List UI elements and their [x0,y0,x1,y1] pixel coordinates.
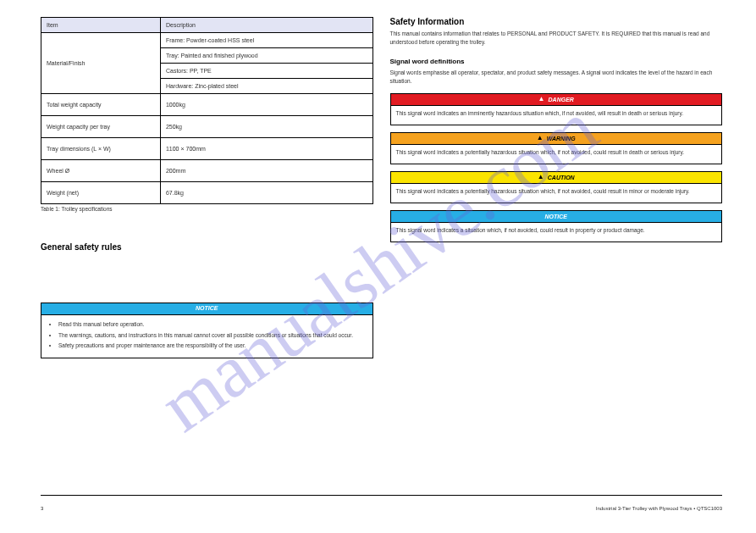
safety-title: Safety Information [390,17,723,26]
table-caption: Table 1: Trolley specifications [41,206,373,212]
table-row: Material/Finish Frame: Powder-coated HSS… [41,33,373,48]
signal-head-label: NOTICE [545,214,567,219]
signal-head-label: CAUTION [548,175,575,180]
cell-value: Hardware: Zinc-plated steel [160,79,372,94]
spec-table: Item Description Material/Finish Frame: … [41,17,373,204]
notice-box: NOTICE Read this manual before operation… [41,303,373,358]
signal-head-label: WARNING [547,136,576,142]
section-heading: General safety rules [41,242,373,252]
table-row: Tray dimensions (L × W) 1100 × 700mm [41,138,373,160]
safety-intro: This manual contains information that re… [390,30,723,47]
warning-triangle-icon: ▲ [537,135,544,142]
signal-desc: This signal word indicates an imminently… [391,106,722,125]
table-header-row: Item Description [41,18,373,33]
warning-triangle-icon: ▲ [538,96,545,103]
th-desc: Description [160,18,372,33]
signal-box-warning: ▲ WARNING This signal word indicates a p… [390,132,723,164]
cell-value: Frame: Powder-coated HSS steel [160,33,372,48]
cell-label: Weight (net) [41,182,161,204]
signal-box-notice: NOTICE This signal word indicates a situ… [390,210,723,242]
signal-para: Signal words emphasise all operator, spe… [390,69,723,86]
cell-value: Castors: PP, TPE [160,64,372,79]
cell-value: 250kg [160,116,372,138]
signal-head: ▲ CAUTION [391,172,722,184]
cell-label: Tray dimensions (L × W) [41,138,161,160]
footer: 3 Industrial 3-Tier Trolley with Plywood… [41,506,722,511]
cell-value: Tray: Painted and finished plywood [160,48,372,64]
footer-page: 3 [41,506,43,511]
signal-head: NOTICE [391,211,722,223]
signal-heading: Signal word definitions [390,58,723,65]
notice-head: NOTICE [41,303,372,315]
cell-label: Weight capacity per tray [41,116,161,138]
cell-label: Wheel Ø [41,160,161,182]
cell-value: 200mm [160,160,372,182]
signal-box-caution: ▲ CAUTION This signal word indicates a p… [390,171,723,203]
cell-value: 67.8kg [160,182,372,204]
signal-head: ▲ WARNING [391,133,722,145]
cell-label: Material/Finish [41,33,161,94]
left-column: Item Description Material/Finish Frame: … [41,17,373,358]
signal-desc: This signal word indicates a situation w… [391,223,722,242]
notice-item: Read this manual before operation. [58,320,366,329]
th-item: Item [41,18,161,33]
signal-desc: This signal word indicates a potentially… [391,145,722,164]
warning-triangle-icon: ▲ [538,174,544,180]
table-row: Weight (net) 67.8kg [41,182,373,204]
notice-item: The warnings, cautions, and instructions… [58,331,366,340]
signal-head: ▲ DANGER [391,94,722,106]
notice-item: Safety precautions and proper maintenanc… [58,341,366,350]
table-row: Wheel Ø 200mm [41,160,373,182]
page-body: Item Description Material/Finish Frame: … [0,0,756,367]
cell-label: Total weight capacity [41,94,161,116]
right-column: Safety Information This manual contains … [390,17,723,358]
cell-value: 1000kg [160,94,372,116]
footer-title: Industrial 3-Tier Trolley with Plywood T… [596,506,722,511]
table-row: Total weight capacity 1000kg [41,94,373,116]
footer-rule [41,495,722,496]
signal-box-danger: ▲ DANGER This signal word indicates an i… [390,93,723,125]
signal-head-label: DANGER [549,97,574,103]
notice-body: Read this manual before operation. The w… [41,315,372,357]
signal-desc: This signal word indicates a potentially… [391,184,722,203]
cell-value: 1100 × 700mm [160,138,372,160]
table-row: Weight capacity per tray 250kg [41,116,373,138]
